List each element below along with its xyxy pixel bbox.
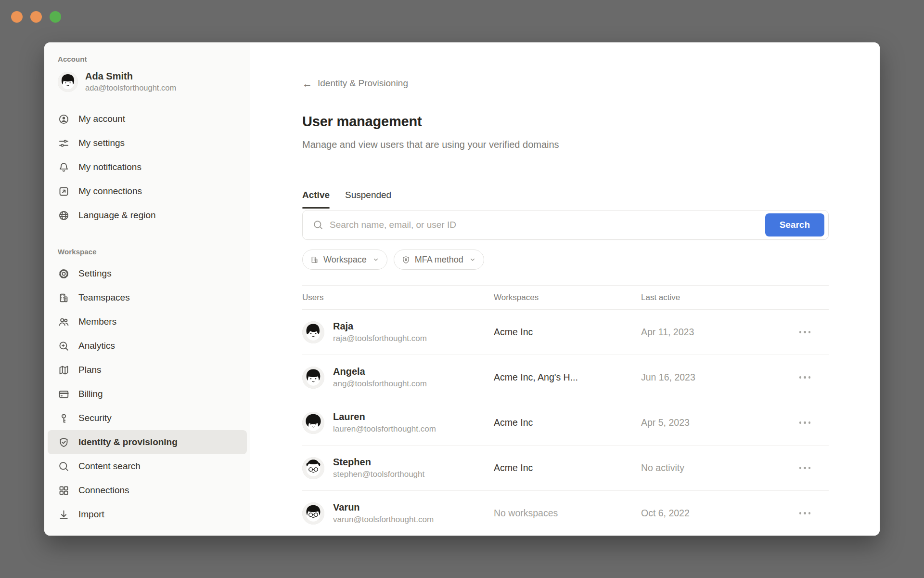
sidebar-item[interactable]: Import	[48, 502, 247, 526]
table-header: Users Workspaces Last active	[302, 285, 829, 310]
sidebar-item[interactable]: Settings	[48, 262, 247, 286]
filter-chip-label: MFA method	[415, 255, 463, 265]
filter-chips: Workspace MFA method	[302, 250, 829, 270]
column-header-workspaces: Workspaces	[494, 293, 641, 302]
row-actions-button[interactable]	[798, 464, 812, 472]
tab[interactable]: Suspended	[345, 190, 391, 209]
sidebar-item-label: Analytics	[78, 341, 115, 351]
page-title: User management	[302, 114, 829, 130]
sidebar-item[interactable]: Security	[48, 406, 247, 430]
ellipsis-icon	[799, 467, 802, 469]
arrow-top-right-box-icon	[58, 185, 70, 197]
settings-sidebar: Account Ada Smith ada@toolsforthought.co…	[44, 42, 250, 536]
gear-icon	[58, 268, 70, 280]
row-actions-button[interactable]	[798, 419, 812, 427]
row-user-name: Lauren	[333, 411, 436, 422]
table-body: Raja raja@toolsforthought.com Acme Inc A…	[302, 310, 829, 536]
row-workspaces: Acme Inc, Ang's H...	[494, 372, 641, 383]
sidebar-item-label: Security	[78, 413, 112, 423]
account-menu: My account My settings My notifications …	[44, 107, 250, 227]
row-workspaces: Acme Inc	[494, 327, 641, 338]
chevron-down-icon	[372, 256, 380, 263]
sidebar-item[interactable]: Analytics	[48, 334, 247, 358]
row-user-name: Varun	[333, 502, 434, 513]
sidebar-item[interactable]: Billing	[48, 382, 247, 406]
sidebar-item[interactable]: My connections	[48, 179, 247, 203]
sliders-icon	[58, 137, 70, 149]
sidebar-item[interactable]: My notifications	[48, 155, 247, 179]
tab-label: Suspended	[345, 190, 391, 200]
search-icon	[312, 219, 324, 231]
row-user-avatar	[302, 457, 324, 479]
row-user-name: Raja	[333, 321, 427, 332]
status-tabs: Active Suspended	[302, 190, 829, 209]
ellipsis-icon	[799, 512, 802, 514]
column-header-last-active: Last active	[641, 293, 790, 302]
grid-icon	[58, 485, 70, 497]
sidebar-item-label: Teamspaces	[78, 292, 130, 303]
row-user-avatar	[302, 321, 324, 343]
sidebar-item[interactable]: Language & region	[48, 203, 247, 227]
search-bar: Search	[302, 210, 829, 240]
table-row: Stephen stephen@toolsforthought Acme Inc…	[302, 446, 829, 491]
table-row: Varun varun@toolsforthought.com No works…	[302, 491, 829, 536]
sidebar-item-label: Language & region	[78, 210, 156, 221]
row-actions-button[interactable]	[798, 373, 812, 381]
bell-icon	[58, 161, 70, 173]
tab[interactable]: Active	[302, 190, 330, 209]
sidebar-item[interactable]: Content search	[48, 454, 247, 478]
row-last-active: Apr 11, 2023	[641, 327, 790, 338]
row-actions-button[interactable]	[798, 328, 812, 336]
sidebar-item[interactable]: My account	[48, 107, 247, 131]
sidebar-item-label: Settings	[78, 268, 112, 279]
people-icon	[58, 316, 70, 328]
filter-chip[interactable]: MFA method	[394, 250, 484, 270]
ellipsis-icon	[799, 331, 802, 333]
shield-lock-icon	[401, 255, 411, 264]
sidebar-item[interactable]: Members	[48, 310, 247, 334]
row-last-active: Apr 5, 2023	[641, 417, 790, 428]
row-workspaces: No workspaces	[494, 508, 641, 519]
current-user-row[interactable]: Ada Smith ada@toolsforthought.com	[44, 69, 250, 94]
ellipsis-icon	[799, 376, 802, 379]
row-last-active: Jun 16, 2023	[641, 372, 790, 383]
sidebar-item[interactable]: Teamspaces	[48, 286, 247, 310]
chevron-down-icon	[469, 256, 476, 263]
row-user-email: varun@toolsforthought.com	[333, 515, 434, 525]
row-user-avatar	[302, 367, 324, 389]
magnifier-sparkle-icon	[58, 340, 70, 352]
row-user-email: stephen@toolsforthought	[333, 470, 424, 479]
user-email: ada@toolsforthought.com	[85, 83, 176, 92]
key-icon	[58, 412, 70, 424]
tab-label: Active	[302, 190, 330, 200]
row-actions-button[interactable]	[798, 509, 812, 517]
ellipsis-icon	[799, 421, 802, 424]
search-input[interactable]	[330, 220, 765, 230]
workspace-section-label: Workspace	[44, 248, 250, 256]
sidebar-item-label: Billing	[78, 389, 103, 399]
filter-chip[interactable]: Workspace	[302, 250, 387, 270]
page-subtitle: Manage and view users that are using you…	[302, 139, 829, 150]
table-row: Raja raja@toolsforthought.com Acme Inc A…	[302, 310, 829, 355]
row-last-active: No activity	[641, 462, 790, 473]
traffic-light-button[interactable]	[50, 11, 61, 23]
sidebar-item[interactable]: Connections	[48, 478, 247, 502]
sidebar-item-label: My settings	[78, 138, 125, 148]
sidebar-item[interactable]: My settings	[48, 131, 247, 155]
traffic-light-button[interactable]	[30, 11, 42, 23]
back-arrow-icon[interactable]: ←	[302, 79, 312, 89]
account-section-label: Account	[44, 55, 250, 63]
column-header-users: Users	[302, 293, 494, 302]
sidebar-item[interactable]: Identity & provisioning	[48, 430, 247, 454]
traffic-light-button[interactable]	[11, 11, 23, 23]
settings-window: Account Ada Smith ada@toolsforthought.co…	[44, 42, 880, 536]
breadcrumb[interactable]: ← Identity & Provisioning	[302, 78, 829, 89]
user-avatar	[58, 72, 78, 92]
sidebar-item[interactable]: Plans	[48, 358, 247, 382]
workspace-menu: Settings Teamspaces Members Analytics	[44, 262, 250, 526]
sidebar-item-label: Connections	[78, 485, 129, 496]
row-user-email: lauren@toolsforthought.com	[333, 424, 436, 434]
download-icon	[58, 509, 70, 521]
sidebar-item-label: Members	[78, 316, 116, 327]
search-button[interactable]: Search	[765, 213, 824, 236]
